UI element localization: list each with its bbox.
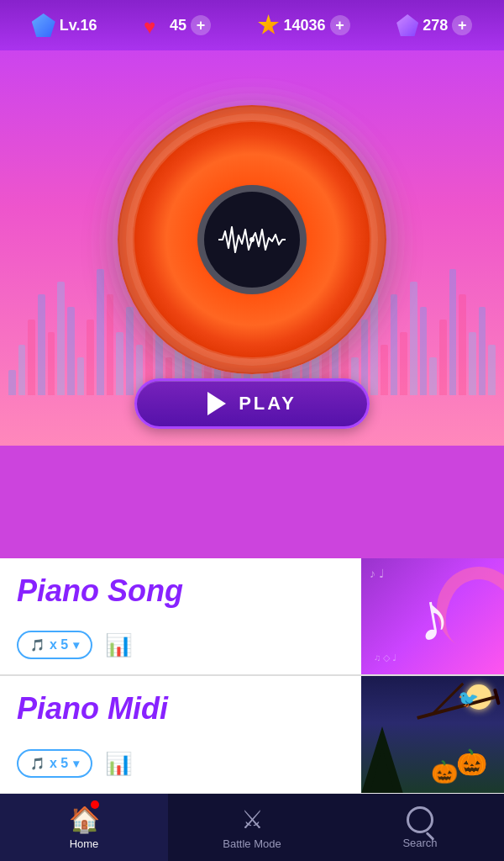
chart-icon-2[interactable]: 📊 (105, 751, 132, 777)
gold-stat: 14036 + (258, 14, 350, 36)
song-thumbnail-1: ♪ ♪ ♩ ♫ ◇ ♩ (361, 558, 504, 676)
vinyl-record (118, 105, 386, 374)
waveform-svg (218, 223, 286, 256)
song-list: Piano Song 🎵 x 5 ▾ 📊 ♪ ♪ ♩ ♫ ◇ ♩ Piano M… (0, 558, 504, 794)
gems-stat: 278 + (396, 14, 472, 36)
music-note-icon-1: 🎵 (30, 638, 45, 652)
level-stat: Lv.16 (32, 13, 97, 37)
ticket-count-2: x 5 (50, 756, 68, 771)
main-visual: PLAY (0, 50, 504, 446)
note-dots-bottom: ♫ ◇ ♩ (374, 652, 396, 663)
top-bar: Lv.16 45 + 14036 + 278 + (0, 0, 504, 50)
svg-point-0 (249, 237, 255, 242)
vinyl-outer (118, 105, 386, 374)
pumpkin-2: 🎃 (431, 759, 458, 785)
song-title-2: Piano Midi (17, 691, 344, 726)
halloween-scene: 🐦 🎃 🎃 (361, 676, 504, 794)
pumpkin-1: 🎃 (456, 747, 487, 777)
chevron-icon-1: ▾ (73, 638, 79, 652)
song-title-1: Piano Song (17, 573, 344, 609)
hearts-plus-button[interactable]: + (191, 15, 211, 35)
song-content-1: Piano Song 🎵 x 5 ▾ 📊 (0, 558, 361, 674)
song-item-piano-song[interactable]: Piano Song 🎵 x 5 ▾ 📊 ♪ ♪ ♩ ♫ ◇ ♩ (0, 558, 504, 676)
nav-item-home[interactable]: 🏠 Home (0, 794, 168, 861)
notification-dot (91, 800, 99, 809)
ticket-button-2[interactable]: 🎵 x 5 ▾ (17, 749, 92, 778)
bottom-nav: 🏠 Home ⚔ Battle Mode Search (0, 794, 504, 861)
gems-plus-button[interactable]: + (452, 15, 472, 35)
gold-value: 14036 (284, 17, 326, 34)
heart-icon (144, 15, 165, 35)
nav-label-battle: Battle Mode (223, 837, 281, 850)
diamond-icon (32, 13, 55, 37)
play-triangle-icon (207, 392, 226, 415)
song-controls-1: 🎵 x 5 ▾ 📊 (17, 631, 344, 659)
hearts-stat: 45 + (144, 15, 211, 35)
chart-icon-1[interactable]: 📊 (105, 632, 132, 658)
play-button[interactable]: PLAY (134, 378, 370, 429)
home-icon: 🏠 (69, 805, 100, 834)
play-label: PLAY (239, 393, 297, 415)
song-item-piano-midi[interactable]: Piano Midi 🎵 x 5 ▾ 📊 🐦 🎃 🎃 (0, 676, 504, 794)
nav-item-search[interactable]: Search (336, 794, 504, 861)
vinyl-inner (197, 185, 307, 294)
gold-plus-button[interactable]: + (330, 15, 350, 35)
ticket-count-1: x 5 (50, 637, 68, 652)
play-button-container: PLAY (134, 378, 370, 429)
song-content-2: Piano Midi 🎵 x 5 ▾ 📊 (0, 676, 361, 793)
level-value: Lv.16 (60, 17, 97, 34)
music-note-icon-2: 🎵 (30, 757, 45, 770)
ticket-button-1[interactable]: 🎵 x 5 ▾ (17, 631, 92, 659)
thumb-inner-1: ♪ ♪ ♩ ♫ ◇ ♩ (361, 558, 504, 676)
gems-value: 278 (423, 17, 448, 34)
nav-item-battle[interactable]: ⚔ Battle Mode (168, 794, 336, 861)
search-icon (407, 806, 433, 833)
battle-icon: ⚔ (241, 805, 264, 834)
nav-label-home: Home (70, 837, 99, 850)
song-controls-2: 🎵 x 5 ▾ 📊 (17, 749, 344, 778)
gold-icon (258, 14, 280, 36)
chevron-icon-2: ▾ (73, 757, 79, 770)
gem-icon (396, 14, 418, 36)
song-thumbnail-2: 🐦 🎃 🎃 (361, 676, 504, 794)
crow-icon: 🐦 (458, 689, 479, 709)
hearts-value: 45 (170, 17, 186, 34)
note-dots-top: ♪ ♩ (370, 567, 385, 580)
